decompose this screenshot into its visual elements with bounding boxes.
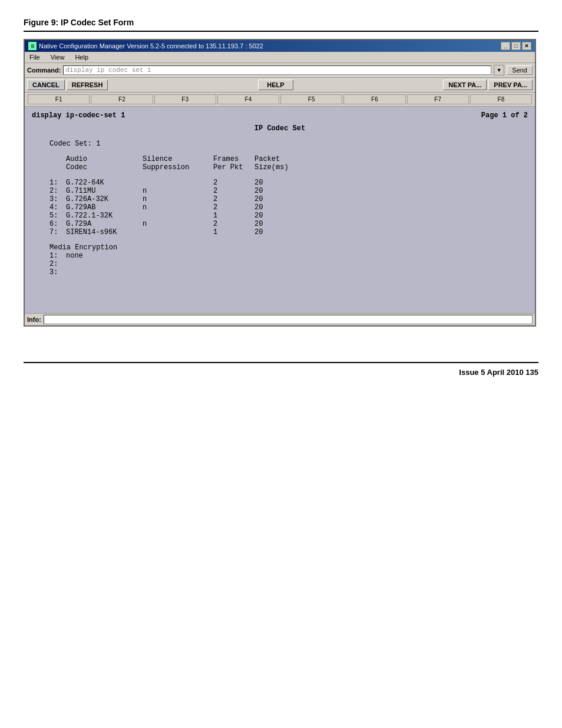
col-header-suppression: Suppression xyxy=(143,163,213,172)
table-row: 5: G.722.1-32K 1 20 xyxy=(49,212,528,220)
codec-packet: 20 xyxy=(254,187,302,195)
content-header: display ip-codec-set 1 Page 1 of 2 xyxy=(32,111,528,120)
codec-num: 7: xyxy=(49,228,66,236)
codec-frames: 2 xyxy=(213,179,254,187)
command-label: Command: xyxy=(27,67,61,74)
table-row: 2: G.711MU n 2 20 xyxy=(49,187,528,195)
codec-silence xyxy=(143,179,213,187)
application-window: 🖥 Native Configuration Manager Version 5… xyxy=(24,39,536,327)
codec-table-header: Audio Silence Frames Packet Codec Suppre… xyxy=(32,155,528,172)
enc-num: 2: xyxy=(49,260,66,268)
minimize-button[interactable]: _ xyxy=(501,42,510,50)
col-header-codec: Codec xyxy=(66,163,143,172)
codec-frames: 1 xyxy=(213,228,254,236)
fkey-bar: F1 F2 F3 F4 F5 F6 F7 F8 xyxy=(25,93,535,107)
form-title: IP Codec Set xyxy=(32,124,528,133)
maximize-button[interactable]: □ xyxy=(511,42,521,50)
fkey-f4[interactable]: F4 xyxy=(217,94,279,104)
page-figure-title: Figure 9: IP Codec Set Form xyxy=(24,18,538,32)
codec-num: 6: xyxy=(49,220,66,228)
codec-packet: 20 xyxy=(254,179,302,187)
codec-num: 2: xyxy=(49,187,66,195)
fkey-f7[interactable]: F7 xyxy=(407,94,469,104)
encryption-rows: 1: none 2: 3: xyxy=(32,252,528,276)
fkey-f1[interactable]: F1 xyxy=(28,94,90,104)
menu-file[interactable]: File xyxy=(27,53,42,61)
codec-packet: 20 xyxy=(254,228,302,236)
table-row: 2: xyxy=(49,260,528,268)
col-header-per-pkt: Per Pkt xyxy=(213,163,254,172)
codec-packet: 20 xyxy=(254,220,302,228)
content-area: display ip-codec-set 1 Page 1 of 2 IP Co… xyxy=(25,107,535,313)
col-header-size: Size(ms) xyxy=(254,163,302,172)
help-button[interactable]: HELP xyxy=(258,80,293,90)
codec-audio: G.729AB xyxy=(66,203,143,212)
next-page-button[interactable]: NEXT PA... xyxy=(443,80,487,90)
toolbar: CANCEL REFRESH HELP NEXT PA... PREV PA..… xyxy=(25,78,535,93)
prev-page-button[interactable]: PREV PA... xyxy=(488,80,533,90)
codec-packet: 20 xyxy=(254,212,302,220)
display-command: display ip-codec-set 1 xyxy=(32,111,125,120)
codec-rows: 1: G.722-64K 2 20 2: G.711MU n 2 20 3: G… xyxy=(32,179,528,236)
table-row: 4: G.729AB n 2 20 xyxy=(49,203,528,212)
enc-value xyxy=(66,260,143,268)
table-row: 7: SIREN14-s96K 1 20 xyxy=(49,228,528,236)
enc-value: none xyxy=(66,252,143,260)
refresh-button[interactable]: REFRESH xyxy=(67,80,108,90)
codec-frames: 2 xyxy=(213,220,254,228)
codec-audio: G.722.1-32K xyxy=(66,212,143,220)
fkey-f3[interactable]: F3 xyxy=(154,94,216,104)
codec-num: 1: xyxy=(49,179,66,187)
codec-num: 5: xyxy=(49,212,66,220)
page-info: Page 1 of 2 xyxy=(481,111,528,120)
codec-audio: G.729A xyxy=(66,220,143,228)
codec-num: 4: xyxy=(49,203,66,212)
menu-view[interactable]: View xyxy=(48,53,67,61)
codec-silence xyxy=(143,228,213,236)
codec-frames: 2 xyxy=(213,195,254,203)
fkey-f2[interactable]: F2 xyxy=(91,94,153,104)
codec-silence: n xyxy=(143,220,213,228)
codec-audio: G.726A-32K xyxy=(66,195,143,203)
fkey-f6[interactable]: F6 xyxy=(343,94,405,104)
codec-frames: 2 xyxy=(213,187,254,195)
codec-silence: n xyxy=(143,203,213,212)
codec-audio: G.722-64K xyxy=(66,179,143,187)
arrow-dropdown[interactable]: ▼ xyxy=(494,65,504,75)
table-row: 6: G.729A n 2 20 xyxy=(49,220,528,228)
cancel-button[interactable]: CANCEL xyxy=(27,80,65,90)
table-row: 1: none xyxy=(49,252,528,260)
codec-frames: 1 xyxy=(213,212,254,220)
codec-audio: SIREN14-s96K xyxy=(66,228,143,236)
codec-silence: n xyxy=(143,187,213,195)
enc-num: 1: xyxy=(49,252,66,260)
fkey-f8[interactable]: F8 xyxy=(470,94,532,104)
info-label: Info: xyxy=(27,316,41,323)
codec-silence: n xyxy=(143,195,213,203)
col-header-silence: Silence xyxy=(143,155,213,163)
table-row: 1: G.722-64K 2 20 xyxy=(49,179,528,187)
send-button[interactable]: Send xyxy=(507,65,533,75)
title-bar: 🖥 Native Configuration Manager Version 5… xyxy=(25,40,535,52)
fkey-f5[interactable]: F5 xyxy=(280,94,342,104)
codec-packet: 20 xyxy=(254,203,302,212)
codec-set-label: Codec Set: 1 xyxy=(49,140,528,148)
menu-bar: File View Help xyxy=(25,52,535,63)
enc-value xyxy=(66,268,143,276)
col-header-frames: Frames xyxy=(213,155,254,163)
codec-silence xyxy=(143,212,213,220)
window-icon: 🖥 xyxy=(28,42,37,50)
table-row: 3: xyxy=(49,268,528,276)
menu-help[interactable]: Help xyxy=(72,53,91,61)
close-button[interactable]: ✕ xyxy=(522,42,531,50)
col-header-packet: Packet xyxy=(254,155,302,163)
codec-num: 3: xyxy=(49,195,66,203)
command-bar: Command: ▼ Send xyxy=(25,63,535,78)
media-encryption-label: Media Encryption xyxy=(49,243,528,252)
info-bar: Info: xyxy=(25,313,535,325)
col-header-audio: Audio xyxy=(66,155,143,163)
window-title: Native Configuration Manager Version 5.2… xyxy=(39,42,263,50)
info-input[interactable] xyxy=(44,315,533,324)
command-input[interactable] xyxy=(63,65,491,75)
codec-packet: 20 xyxy=(254,195,302,203)
